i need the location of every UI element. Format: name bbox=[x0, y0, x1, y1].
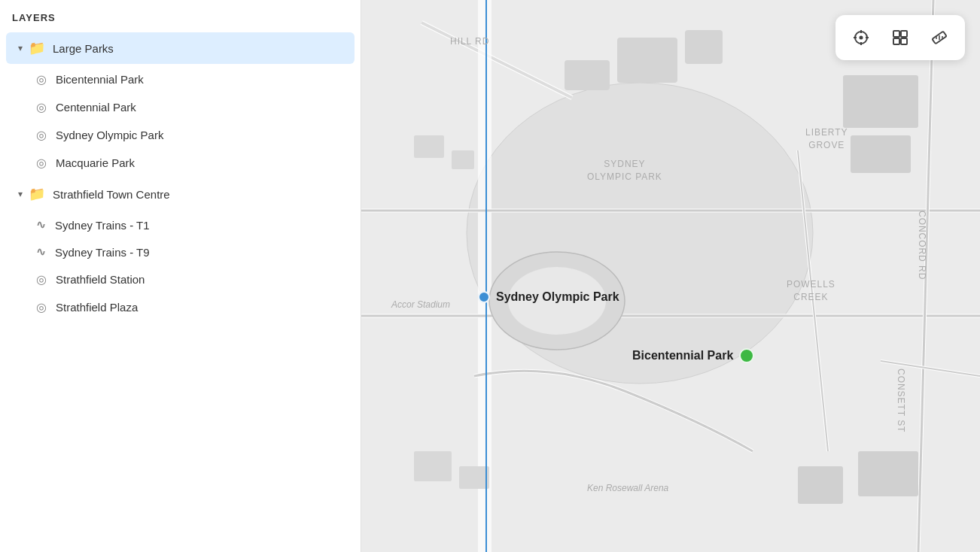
select-button[interactable] bbox=[884, 21, 917, 54]
map-toolbar bbox=[835, 15, 965, 60]
chevron-down-icon: ▾ bbox=[18, 43, 23, 53]
pin-icon: ◎ bbox=[36, 100, 47, 114]
layer-item-label: Sydney Olympic Park bbox=[56, 129, 163, 141]
map-area[interactable]: SYDNEYOLYMPIC PARK LIBERTYGROVE Hill Rd … bbox=[361, 0, 980, 552]
svg-rect-4 bbox=[565, 60, 610, 90]
bicentennial-park-marker: Bicentennial Park bbox=[632, 348, 754, 363]
folder-icon: 📁 bbox=[29, 40, 45, 56]
pin-icon: ◎ bbox=[36, 128, 47, 142]
layer-group-label: Large Parks bbox=[53, 42, 114, 55]
vertical-line bbox=[485, 0, 487, 552]
layer-item-bicentennial-park[interactable]: ◎ Bicentennial Park bbox=[0, 65, 361, 93]
sidebar: LAYERS ▾ 📁 Large Parks ◎ Bicentennial Pa… bbox=[0, 0, 361, 552]
measure-button[interactable] bbox=[923, 21, 956, 54]
svg-rect-20 bbox=[858, 451, 918, 496]
pin-icon: ◎ bbox=[36, 156, 47, 170]
svg-rect-23 bbox=[452, 150, 474, 169]
layer-item-strathfield-station[interactable]: ◎ Strathfield Station bbox=[0, 265, 361, 293]
folder-icon: 📁 bbox=[29, 186, 45, 202]
sydney-olympic-park-marker-label: Sydney Olympic Park bbox=[496, 290, 619, 304]
svg-rect-36 bbox=[893, 38, 899, 44]
svg-rect-2 bbox=[617, 38, 677, 83]
layer-item-sydney-olympic-park[interactable]: ◎ Sydney Olympic Park bbox=[0, 121, 361, 149]
svg-rect-19 bbox=[851, 135, 911, 173]
layer-item-sydney-trains-t9[interactable]: ∿ Sydney Trains - T9 bbox=[0, 238, 361, 265]
pin-icon: ◎ bbox=[36, 72, 47, 86]
layer-item-label: Centennial Park bbox=[56, 101, 136, 114]
layer-item-label: Macquarie Park bbox=[56, 156, 135, 169]
map-background bbox=[361, 0, 980, 552]
layer-item-label: Strathfield Plaza bbox=[56, 301, 138, 314]
measure-icon bbox=[930, 29, 948, 47]
layers-title: LAYERS bbox=[0, 0, 361, 31]
layer-item-centennial-park[interactable]: ◎ Centennial Park bbox=[0, 93, 361, 121]
layer-item-label: Bicentennial Park bbox=[56, 73, 144, 86]
marker-dot-green bbox=[739, 348, 754, 363]
svg-rect-35 bbox=[901, 31, 907, 37]
pin-icon: ◎ bbox=[36, 300, 47, 314]
bicentennial-park-marker-label: Bicentennial Park bbox=[632, 349, 733, 362]
layer-item-strathfield-plaza[interactable]: ◎ Strathfield Plaza bbox=[0, 293, 361, 321]
select-icon bbox=[891, 29, 909, 47]
svg-rect-3 bbox=[685, 30, 723, 64]
layer-item-label: Strathfield Station bbox=[56, 273, 145, 286]
layer-group-strathfield[interactable]: ▾ 📁 Strathfield Town Centre bbox=[6, 178, 355, 210]
layer-item-sydney-trains-t1[interactable]: ∿ Sydney Trains - T1 bbox=[0, 211, 361, 238]
svg-rect-24 bbox=[414, 451, 452, 481]
trend-icon: ∿ bbox=[36, 245, 46, 259]
crosshair-button[interactable] bbox=[845, 21, 878, 54]
marker-dot-blue bbox=[478, 291, 490, 303]
chevron-down-icon: ▾ bbox=[18, 189, 23, 199]
pin-icon: ◎ bbox=[36, 272, 47, 287]
svg-rect-21 bbox=[798, 466, 843, 504]
svg-rect-22 bbox=[414, 135, 444, 158]
layer-item-macquarie-park[interactable]: ◎ Macquarie Park bbox=[0, 149, 361, 177]
svg-rect-37 bbox=[901, 38, 907, 44]
svg-rect-18 bbox=[843, 75, 918, 128]
sydney-olympic-park-marker: Sydney Olympic Park bbox=[478, 290, 619, 304]
crosshair-icon bbox=[852, 29, 870, 47]
svg-rect-25 bbox=[459, 466, 489, 489]
layer-item-label: Sydney Trains - T1 bbox=[55, 219, 150, 232]
svg-point-33 bbox=[860, 37, 863, 39]
layer-group-label: Strathfield Town Centre bbox=[53, 188, 170, 201]
trend-icon: ∿ bbox=[36, 218, 46, 232]
layer-item-label: Sydney Trains - T9 bbox=[55, 246, 150, 259]
layer-group-large-parks[interactable]: ▾ 📁 Large Parks bbox=[6, 32, 355, 64]
svg-rect-34 bbox=[893, 31, 899, 37]
